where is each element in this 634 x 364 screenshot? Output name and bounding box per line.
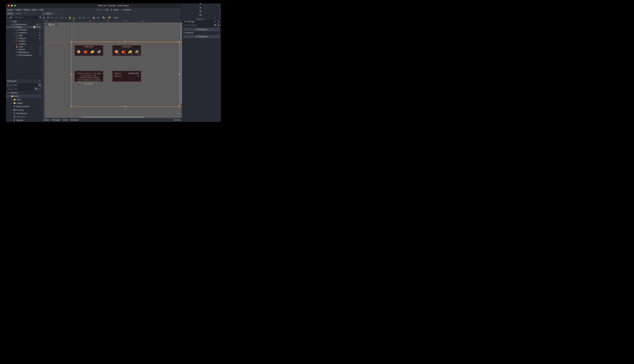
scale-tool[interactable]: ⤢ [55,16,58,19]
purchase-slot[interactable]: 🍎 [82,49,89,55]
smart-snap-toggle[interactable]: ⊟ [83,16,85,19]
link-node-button[interactable]: 🔗 [10,16,12,18]
scene-node-canvaslayer[interactable]: ▾▦CanvasLayer◉👁 [6,23,42,26]
scene-node-purchase[interactable]: ▸◯Purchase👁 [6,28,42,31]
snap-toggle[interactable]: ⊞ [79,16,81,19]
horizontal-scrollbar[interactable] [44,116,181,118]
tab-import[interactable]: Import [14,12,23,16]
resize-handle-br[interactable] [179,106,180,107]
fs-item-default-env-tres[interactable]: ⦿default_env.tres [6,105,42,108]
resize-handle-b[interactable] [125,106,126,107]
workspace-2d[interactable]: ↳2D [96,8,102,11]
rotate-tool[interactable]: ⟳ [51,16,53,19]
menu-debug[interactable]: Debug [24,8,30,11]
purchase-slot[interactable]: 🍪 [76,49,82,55]
workspace-script[interactable]: 🗎Script [110,8,118,11]
pan-tool[interactable]: ✋ [69,16,71,19]
play-scene-button[interactable]: 🎬 [199,10,202,13]
scene-node-main[interactable]: ▾◯Main [6,20,42,23]
fs-item-icon-png[interactable]: 🖼icon.png [6,108,42,112]
search-files-input[interactable] [7,87,34,91]
close-tab-button[interactable]: × [52,12,53,15]
menu-editor[interactable]: Editor [32,8,37,11]
scene-tree[interactable]: ▾◯Main▾▦CanvasLayer◉👁▾◯Shop📜◉👁▸◯Purchase… [6,19,42,79]
animation-key-button[interactable]: 🔑 [108,16,110,19]
group-button[interactable]: ⧉ [96,16,99,19]
scene-node-shop[interactable]: ▾◯Shop📜◉👁 [6,26,42,28]
zoom-in-button[interactable]: + [56,24,58,26]
inventory-slot[interactable]: 🍪0 [114,49,120,55]
scene-panel-menu[interactable]: ⋮ [23,12,28,16]
fs-item-menu-tscn[interactable]: 🎬Menu.tscn [6,115,42,118]
fs-item-shop-gd[interactable]: ⚙Shop.gd [6,118,42,122]
fs-item-inventory-json[interactable]: 🗎inventory.json [6,112,42,115]
purchase-slot[interactable]: 🧀 [89,49,96,55]
section-resource[interactable]: ⦿Resource [183,28,220,31]
view-mode-button[interactable]: ▤ [39,84,41,86]
viewport[interactable]: -250025050075010001250 − 63.2 % + PU [42,20,182,118]
object-dropdown[interactable]: ⚙ Shop.gd ▾ [183,20,216,23]
fs-item-res---[interactable]: ▾📁res:// [6,94,42,98]
history-next-button[interactable]: › [214,16,216,19]
zoom-out-button[interactable]: − [45,24,48,26]
workspace-3d[interactable]: ⬚3D [103,8,108,11]
inventory-slot[interactable]: 🧀0 [127,49,133,55]
new-tab-button[interactable]: ＋ [54,12,58,16]
pause-button[interactable]: ⏸ [199,4,202,5]
scene-tab-menu[interactable]: ◯ Menu × [42,12,54,16]
menu-help[interactable]: Help [39,8,44,11]
renderer-dropdown[interactable]: GLES2 ▾ [196,18,204,20]
nav-back-button[interactable]: ‹ [7,84,8,86]
scene-node-confirm[interactable]: ▸❗Confirm⌣ [6,40,42,42]
manage-object-button[interactable]: ⚲ [218,20,220,22]
play-custom-scene-button[interactable]: 🎞 [199,14,202,16]
move-tool[interactable]: ✥ [47,16,49,19]
sort-button[interactable]: ↕ [38,88,41,90]
view-menu[interactable]: View [114,16,118,19]
inventory-slot[interactable]: 🥔0 [134,49,140,55]
tab-scene[interactable]: Scene [6,12,14,16]
debugger-tab[interactable]: Debugger [52,119,60,121]
scene-node-help[interactable]: ▸◯Help👁 [6,34,42,37]
vertical-scrollbar[interactable] [181,22,182,116]
zoom-level[interactable]: 63.2 % [49,24,54,26]
property-tools-button[interactable]: ⚒ [218,24,220,26]
distraction-free-button[interactable]: ⛶ [218,4,220,6]
filter-properties-input[interactable] [183,24,214,27]
select-tool[interactable]: ▶ [43,16,45,19]
ruler-tool[interactable]: ◣ [73,16,75,19]
scene-node-inventory[interactable]: ▸◯Inventory👁 [6,31,42,34]
scene-node-ethcall[interactable]: ◯EthCall)) [6,48,42,51]
inventory-slot[interactable]: 🍎0 [120,49,126,55]
filesystem-menu[interactable]: ⋮ [38,80,40,82]
menu-project[interactable]: Project [15,8,21,11]
list-select-tool[interactable]: ☰ [61,16,63,19]
animation-tab[interactable]: Animation [70,119,79,121]
scene-node-ethbalance[interactable]: ◯EthBalance)) [6,51,42,54]
add-node-button[interactable]: ＋ [7,16,9,18]
scene-node-account[interactable]: ▸◯Account👁 [6,37,42,40]
menu-scene[interactable]: Scene [7,8,13,11]
scene-node-loading[interactable]: ▸❗Loading⌣ [6,42,42,45]
property-resource[interactable]: ▸Resource [182,31,221,34]
pivot-tool[interactable]: ⊹ [65,16,67,19]
path-input[interactable] [12,83,38,87]
workspace-assetlib[interactable]: ⭳AssetLib [120,8,131,11]
lock-button[interactable]: 🔒 [92,16,95,19]
minimize-window-button[interactable] [11,5,13,6]
filter-nodes-input[interactable] [13,16,38,19]
scene-node-timer[interactable]: ⌛Timer)) [6,45,42,48]
resize-handle-r[interactable] [179,74,180,75]
audio-tab[interactable]: Audio [63,119,68,121]
purchase-slot[interactable]: 🥔 [96,49,102,55]
stop-button[interactable]: ■ [199,7,202,9]
snap-options[interactable]: ⋮ [87,16,89,19]
scene-node-ethtransaction[interactable]: ◯EthTransaction)) [6,54,42,56]
maximize-window-button[interactable] [14,5,16,6]
bone-tool[interactable]: 🦴 [102,16,105,19]
section-reference[interactable]: ⦿Reference [183,35,220,38]
fs-item-images[interactable]: ▸📁images [6,101,42,105]
fs-item-fonts[interactable]: ▸📁fonts [6,98,42,101]
nav-forward-button[interactable]: › [10,84,11,86]
close-window-button[interactable] [8,5,10,6]
